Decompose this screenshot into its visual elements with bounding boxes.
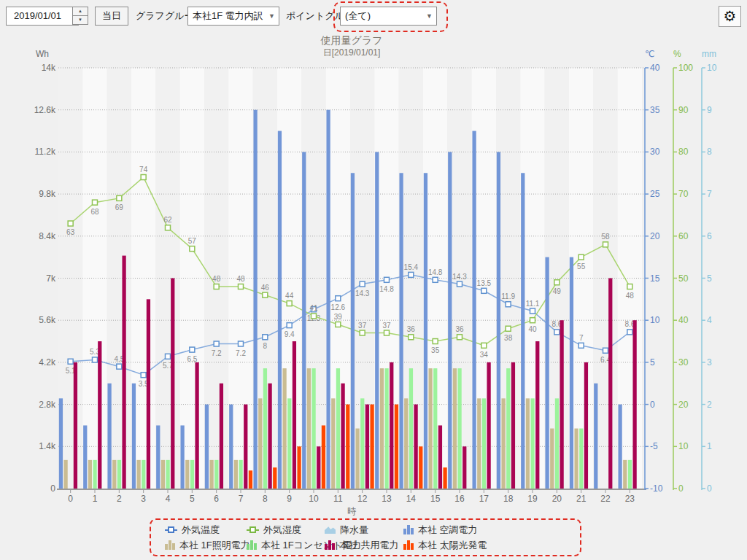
down-arrow-icon: ▼ xyxy=(78,18,82,22)
wh-tick-label: 11.2k xyxy=(35,147,56,157)
legend-item-shared-power[interactable]: 本社 共用電力 xyxy=(325,539,403,552)
point-label: 49 xyxy=(553,287,562,295)
legend-item-outdoor-humidity[interactable]: 外気湿度 xyxy=(247,524,325,537)
value-axis-label: 25 xyxy=(650,189,660,199)
bar xyxy=(297,446,301,489)
point-label: 44 xyxy=(285,292,294,300)
legend-item-solar-power[interactable]: 本社 太陽光発電 xyxy=(403,539,577,552)
bar xyxy=(180,425,184,489)
bar xyxy=(511,362,515,489)
settings-button[interactable]: ⚙ xyxy=(719,6,741,27)
marker-hum xyxy=(530,318,535,323)
legend: 外気温度外気湿度降水量本社 空調電力本社 1F照明電力本社 1Fコンセント電力本… xyxy=(150,518,581,556)
point-label: 15.4 xyxy=(404,263,419,271)
bar xyxy=(584,362,588,489)
marker-temp xyxy=(166,354,171,359)
bar xyxy=(278,131,282,489)
bar xyxy=(112,460,116,489)
bar xyxy=(107,384,111,489)
marker-hum xyxy=(214,284,219,289)
hour-label: 14 xyxy=(406,494,417,504)
value-axis-label: 6 xyxy=(707,231,712,241)
point-label: 48 xyxy=(212,275,221,283)
legend-item-rainfall[interactable]: 降水量 xyxy=(325,524,403,537)
value-axis-label: 5 xyxy=(650,357,655,368)
bar xyxy=(628,460,632,489)
marker-hum xyxy=(627,284,632,289)
x-axis-title: 時 xyxy=(347,506,357,516)
legend-label: 外気温度 xyxy=(182,524,220,537)
bar xyxy=(370,405,374,489)
legend-item-lighting-power[interactable]: 本社 1F照明電力 xyxy=(165,539,247,552)
bar xyxy=(579,429,583,489)
chart-title: 使用量グラフ xyxy=(0,34,703,47)
value-axis-label: 0 xyxy=(678,483,684,494)
bar xyxy=(209,460,213,489)
marker-temp xyxy=(603,348,608,353)
date-input[interactable]: 2019/01/01 xyxy=(6,7,79,26)
bar xyxy=(443,467,446,489)
bar xyxy=(438,425,442,489)
marker-temp xyxy=(360,281,365,287)
marker-hum xyxy=(433,339,438,344)
bar xyxy=(526,398,530,489)
bar xyxy=(419,446,422,489)
date-spinner-down-button[interactable]: ▼ xyxy=(72,15,88,25)
bar xyxy=(147,299,150,489)
value-axis-label: 35 xyxy=(650,105,660,115)
bar xyxy=(326,110,330,489)
point-label: 48 xyxy=(236,275,245,283)
point-label: 41 xyxy=(309,304,318,312)
bar xyxy=(375,152,379,489)
marker-hum xyxy=(506,326,511,331)
wh-tick-label: 7k xyxy=(46,273,56,284)
hour-label: 4 xyxy=(166,494,171,504)
legend-item-ac-power[interactable]: 本社 空調電力 xyxy=(403,524,577,537)
bar xyxy=(322,425,325,489)
bar xyxy=(122,256,125,489)
value-axis-label: 30 xyxy=(650,147,660,157)
legend-item-outdoor-temp[interactable]: 外気温度 xyxy=(165,524,247,537)
bar-series-icon xyxy=(325,540,335,550)
bar xyxy=(457,368,461,489)
value-axis-label: 1 xyxy=(707,441,712,451)
hour-label: 9 xyxy=(287,494,292,504)
bar xyxy=(132,384,136,489)
bar xyxy=(117,460,121,489)
value-axis-label: 15 xyxy=(650,273,660,284)
marker-hum xyxy=(287,301,292,306)
bar xyxy=(317,446,320,489)
bar xyxy=(331,398,335,489)
point-group-select[interactable]: (全て) ▼ xyxy=(340,7,437,26)
marker-hum xyxy=(141,175,146,180)
marker-temp xyxy=(93,357,98,362)
hour-label: 3 xyxy=(141,494,146,504)
point-label: 62 xyxy=(163,216,172,224)
wh-tick-label: 12.6k xyxy=(34,105,56,115)
point-label: 74 xyxy=(139,166,148,174)
value-axis-label: 40 xyxy=(678,315,689,325)
marker-hum xyxy=(311,314,317,319)
graph-group-select[interactable]: 本社1F 電力内訳 ▼ xyxy=(187,7,279,26)
bar xyxy=(560,320,563,489)
bar xyxy=(521,173,525,489)
marker-hum xyxy=(603,242,608,247)
point-label: 12.6 xyxy=(331,303,346,311)
bar xyxy=(98,341,101,489)
bar xyxy=(570,257,573,489)
bar xyxy=(384,368,388,489)
hour-label: 10 xyxy=(309,494,319,504)
bar xyxy=(404,398,408,489)
legend-item-outlet-power[interactable]: 本社 1Fコンセント電力 xyxy=(247,539,325,552)
hour-label: 7 xyxy=(239,494,244,504)
value-axis-label: 20 xyxy=(678,400,689,410)
bar xyxy=(195,362,198,489)
bar xyxy=(239,460,242,489)
usage-chart: 5.15.34.53.55.76.57.27.289.411.312.614.3… xyxy=(0,0,747,560)
today-button[interactable]: 当日 xyxy=(95,7,128,26)
marker-temp xyxy=(530,308,535,314)
point-label: 7.2 xyxy=(236,349,246,357)
wh-tick-label: 8.4k xyxy=(39,231,56,241)
marker-temp xyxy=(481,288,487,293)
point-label: 57 xyxy=(188,237,197,245)
